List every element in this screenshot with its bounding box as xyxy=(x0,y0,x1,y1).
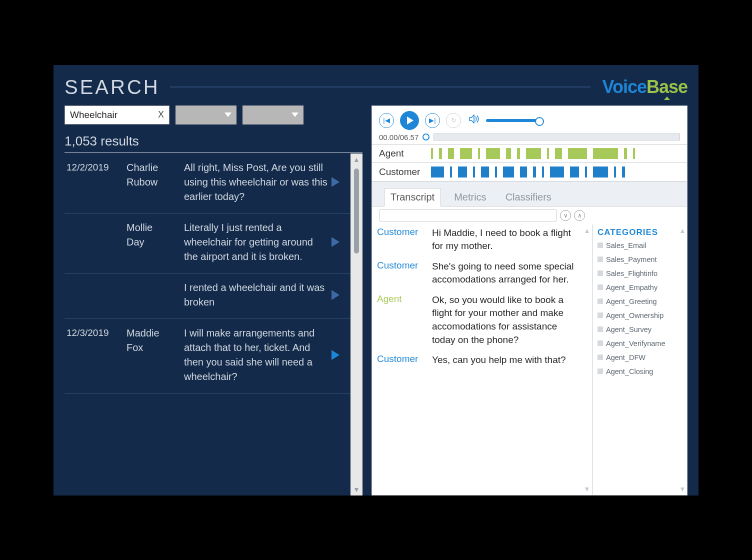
play-result-button[interactable] xyxy=(332,237,340,247)
result-row[interactable]: 12/2/2019CharlieRubowAll right, Miss Pos… xyxy=(64,154,350,214)
category-checkbox[interactable] xyxy=(598,326,603,332)
category-checkbox[interactable] xyxy=(598,298,603,304)
category-checkbox[interactable] xyxy=(598,312,603,318)
category-item[interactable]: Agent_Survey xyxy=(598,326,674,334)
categories-scrollbar[interactable]: ▲ ▼ xyxy=(678,224,687,495)
next-button[interactable]: ▶| xyxy=(425,113,440,128)
category-label: Sales_Payment xyxy=(606,256,657,264)
waveform-segment xyxy=(478,148,480,159)
result-play-col xyxy=(332,220,348,264)
chevron-down-icon xyxy=(224,112,232,117)
result-row[interactable]: MollieDayLiterally I just rented a wheel… xyxy=(64,214,350,274)
transcript-pane: CustomerHi Maddie, I need to book a flig… xyxy=(372,224,582,495)
volume-slider[interactable] xyxy=(486,119,541,122)
title-wrap: SEARCH xyxy=(64,76,602,98)
waveform-label-agent: Agent xyxy=(372,148,431,159)
category-checkbox[interactable] xyxy=(598,354,603,360)
result-row[interactable]: I rented a wheelchair and it was broken xyxy=(64,274,350,319)
category-label: Sales_Flightinfo xyxy=(606,270,658,278)
timeline-row: 00.00/06.57 xyxy=(379,133,680,142)
category-item[interactable]: Sales_Payment xyxy=(598,256,674,264)
speaker-label: Customer xyxy=(377,354,432,367)
category-item[interactable]: Sales_Flightinfo xyxy=(598,270,674,278)
volume-icon[interactable] xyxy=(469,114,480,126)
tab-classifiers[interactable]: Classifiers xyxy=(500,188,558,206)
logo-part-a: Voice xyxy=(602,76,646,97)
category-label: Agent_Survey xyxy=(606,326,652,334)
category-label: Agent_Ownership xyxy=(606,312,664,320)
category-item[interactable]: Sales_Email xyxy=(598,242,674,250)
results-scrollbar[interactable]: ▲ ▼ xyxy=(350,154,362,496)
play-button[interactable] xyxy=(400,111,419,130)
result-name: MollieDay xyxy=(126,220,184,264)
transcript-line: CustomerHi Maddie, I need to book a flig… xyxy=(377,226,579,253)
timeline-track[interactable] xyxy=(434,134,680,140)
category-item[interactable]: Agent_DFW xyxy=(598,354,674,362)
scroll-up-icon[interactable]: ▲ xyxy=(353,154,360,166)
waveform-segment xyxy=(550,166,564,178)
waveform-segment xyxy=(458,166,467,178)
scroll-down-icon[interactable]: ▼ xyxy=(679,483,686,495)
play-result-button[interactable] xyxy=(332,350,340,360)
scroll-up-icon[interactable]: ▲ xyxy=(584,224,590,236)
result-row[interactable]: 12/3/2019MaddieFoxI will make arrangemen… xyxy=(64,319,350,394)
speaker-label: Customer xyxy=(377,260,432,286)
waveform-bars-customer[interactable] xyxy=(431,163,687,181)
category-checkbox[interactable] xyxy=(598,270,603,276)
category-item[interactable]: Agent_Verifyname xyxy=(598,340,674,348)
waveform-segment xyxy=(520,166,527,178)
waveform-block: Agent Customer xyxy=(372,144,687,182)
play-result-button[interactable] xyxy=(332,290,340,300)
previous-button[interactable]: |◀ xyxy=(379,113,394,128)
waveform-segment xyxy=(593,166,608,178)
waveform-segment xyxy=(473,166,475,178)
utterance-text: Yes, can you help me with that? xyxy=(432,354,579,367)
waveform-label-customer: Customer xyxy=(372,166,431,178)
speaker-label: Agent xyxy=(377,294,432,346)
waveform-segment xyxy=(495,166,497,178)
scroll-down-icon[interactable]: ▼ xyxy=(584,483,590,495)
category-item[interactable]: Agent_Empathy xyxy=(598,284,674,292)
app-frame: SEARCH VoiceBase Wheelchair X 1,053 resu… xyxy=(54,65,698,496)
logo-part-b-text: Base xyxy=(646,76,688,97)
category-checkbox[interactable] xyxy=(598,256,603,262)
play-result-button[interactable] xyxy=(332,177,340,187)
waveform-bars-agent[interactable] xyxy=(431,145,687,162)
play-icon xyxy=(407,116,414,124)
filter-down-button[interactable]: ∨ xyxy=(560,210,571,221)
filter-dropdown-1[interactable] xyxy=(176,106,236,124)
category-checkbox[interactable] xyxy=(598,340,603,346)
category-item[interactable]: Agent_Ownership xyxy=(598,312,674,320)
search-input[interactable]: Wheelchair X xyxy=(64,106,170,124)
filter-up-button[interactable]: ∧ xyxy=(574,210,585,221)
waveform-segment xyxy=(570,166,579,178)
transcript-filter-input[interactable] xyxy=(379,210,557,222)
category-checkbox[interactable] xyxy=(598,242,603,248)
transcript-scrollbar[interactable]: ▲ ▼ xyxy=(582,224,592,495)
scroll-down-icon[interactable]: ▼ xyxy=(353,484,360,496)
clear-search-button[interactable]: X xyxy=(158,110,164,120)
utterance-text: Hi Maddie, I need to book a flight for m… xyxy=(432,226,579,253)
speaker-label: Customer xyxy=(377,226,432,253)
tab-metrics[interactable]: Metrics xyxy=(448,188,492,206)
result-name xyxy=(126,280,184,310)
filter-and-categories-header: ∨ ∧ xyxy=(372,206,687,224)
waveform-segment xyxy=(448,148,454,159)
tab-transcript[interactable]: Transcript xyxy=(384,188,441,206)
tab-row: TranscriptMetricsClassifiers xyxy=(372,182,687,206)
scroll-up-icon[interactable]: ▲ xyxy=(679,224,686,236)
category-item[interactable]: Agent_Greeting xyxy=(598,298,674,306)
filter-dropdown-2[interactable] xyxy=(242,106,304,124)
results-wrap: 12/2/2019CharlieRubowAll right, Miss Pos… xyxy=(64,154,362,496)
columns: Wheelchair X 1,053 results 12/2/2019Char… xyxy=(64,106,688,496)
playhead-knob[interactable] xyxy=(422,134,430,140)
category-checkbox[interactable] xyxy=(598,284,603,290)
category-label: Agent_Empathy xyxy=(606,284,658,292)
results-count: 1,053 results xyxy=(64,134,362,152)
player-controls: |◀ ▶| ↻ xyxy=(379,111,680,130)
scroll-thumb[interactable] xyxy=(354,168,359,254)
category-item[interactable]: Agent_Closing xyxy=(598,368,674,376)
category-checkbox[interactable] xyxy=(598,368,603,374)
waveform-segment xyxy=(481,166,489,178)
loop-button[interactable]: ↻ xyxy=(446,113,461,128)
